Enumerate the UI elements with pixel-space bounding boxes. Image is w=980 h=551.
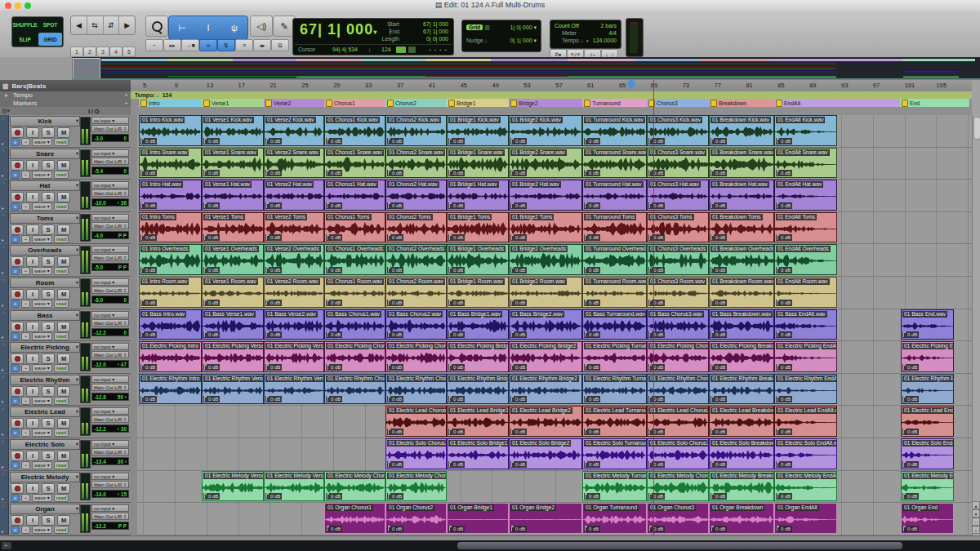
audio-region[interactable]: 01 Electric Solo End.wav0 dB [901, 438, 954, 469]
mute-button[interactable]: M [57, 256, 70, 267]
region-gain-badge[interactable]: 0 dB [326, 364, 342, 371]
elastic-audio-button[interactable]: ⌁ [21, 494, 30, 502]
track-lane-electric-picking[interactable]: 01 Electric Picking Intro0 dB01 Electric… [137, 341, 972, 374]
region-gain-badge[interactable]: 0 dB [710, 364, 727, 371]
universe-view-box[interactable] [73, 58, 100, 80]
zoom-preset-5[interactable]: 5 [122, 47, 136, 57]
audio-region[interactable]: 01 Bridge1 Overheads0 dB [447, 244, 509, 275]
output-selector[interactable]: Main Out L/R ⇧ [91, 189, 129, 197]
track-name[interactable]: Room▾ [10, 278, 80, 288]
bars-beats-ruler[interactable]: 5913172125293337414549535761656973778185… [131, 80, 972, 92]
audio-region[interactable]: 01 Organ Chorus20 dB [385, 503, 447, 534]
add-tempo-event-button[interactable]: + [124, 91, 128, 99]
region-gain-badge[interactable]: 0 dB [584, 396, 600, 402]
region-gain-badge[interactable]: 0 dB [140, 396, 157, 402]
audio-region[interactable]: 01 Bass Bridge1.wav0 dB [447, 309, 509, 340]
mute-button[interactable]: M [57, 192, 70, 202]
timebase-button[interactable]: o [11, 526, 20, 534]
region-gain-badge[interactable]: 0 dB [776, 429, 792, 435]
audio-region[interactable]: 01 Bridge1 Room.wav0 dB [447, 277, 509, 308]
region-gain-badge[interactable]: 0 dB [203, 234, 220, 241]
region-gain-badge[interactable]: 0 dB [584, 364, 600, 371]
region-gain-badge[interactable]: 0 dB [710, 202, 727, 209]
region-gain-badge[interactable]: 0 dB [265, 170, 282, 176]
marker-endalt[interactable]: EndAlt [774, 99, 901, 107]
region-gain-badge[interactable]: 0 dB [510, 267, 527, 273]
region-gain-badge[interactable]: 0 dB [387, 461, 403, 468]
nudge-value[interactable]: 0| 1| 000 ▾ [510, 38, 537, 44]
timeline-insertion-icon[interactable] [396, 47, 406, 53]
solo-button[interactable]: S [42, 451, 55, 461]
audio-region[interactable]: 01 Bass Breakdown.wav0 dB [709, 309, 774, 340]
audio-region[interactable]: 01 Electric Lead EndAlt.wav0 dB [774, 406, 837, 437]
zoom-preset-4[interactable]: 4 [109, 47, 122, 57]
automation-mode-button[interactable]: read [54, 300, 69, 308]
countoff-label[interactable]: Count Off [555, 23, 579, 29]
region-gain-badge[interactable]: 0 dB [448, 364, 465, 371]
track-view-selector[interactable]: wave ▾ [32, 300, 52, 308]
marker-chorus3[interactable]: Chorus3 [647, 99, 710, 107]
track-name[interactable]: Snare▾ [10, 149, 80, 159]
zoom-in-vertical-button[interactable]: + [972, 526, 980, 534]
region-gain-badge[interactable]: 0 dB [902, 493, 919, 500]
audio-region[interactable]: 01 Bridge1 Snare.wav0 dB [447, 148, 509, 179]
region-gain-badge[interactable]: 0 dB [140, 300, 157, 306]
region-gain-badge[interactable]: 0 dB [584, 493, 600, 500]
meter-value[interactable]: 4/4 [608, 30, 617, 36]
audio-region[interactable]: 01 Organ Chorus10 dB [324, 503, 385, 534]
track-name[interactable]: Electric Rhythm▾ [10, 375, 80, 385]
counter-mini-icons[interactable]: ◔◔◔◔ [428, 47, 448, 53]
add-marker-button[interactable]: + [124, 100, 128, 107]
audio-region[interactable]: 01 Turnaround Room.wav0 dB [582, 277, 647, 308]
region-gain-badge[interactable]: 0 dB [510, 396, 527, 402]
region-gain-badge[interactable]: 0 dB [648, 396, 665, 402]
audio-region[interactable]: 01 Electric Picking Bridge20 dB [509, 341, 582, 372]
region-gain-badge[interactable]: 0 dB [776, 526, 792, 532]
region-gain-badge[interactable]: 0 dB [326, 331, 342, 338]
region-gain-badge[interactable]: 0 dB [710, 138, 727, 144]
track-color-strip[interactable]: ○▸ [0, 309, 9, 341]
audio-region[interactable]: 01 Verse1 Room.wav0 dB [202, 277, 264, 308]
audio-region[interactable]: 01 Electric Picking Chorus30 dB [647, 341, 709, 372]
record-enable-button[interactable] [11, 256, 24, 267]
region-gain-badge[interactable]: 0 dB [710, 493, 727, 500]
audio-region[interactable]: 01 Electric Lead Bridge20 dB [509, 406, 582, 437]
track-view-selector[interactable]: wave ▾ [32, 202, 52, 211]
solo-button[interactable]: S [42, 418, 55, 429]
solo-button[interactable]: S [42, 192, 55, 202]
audio-region[interactable]: 01 Electric Rhythm Turnaround0 dB [582, 374, 647, 405]
output-selector[interactable]: Main Out L/R ⇧ [91, 415, 129, 423]
automation-mode-button[interactable]: read [54, 364, 69, 372]
elastic-audio-button[interactable]: ⌁ [21, 461, 30, 469]
start-value[interactable]: 67| 1| 000 [423, 21, 448, 27]
region-gain-badge[interactable]: 0 dB [326, 170, 342, 176]
track-color-strip[interactable]: ○▸ [0, 341, 9, 373]
region-gain-badge[interactable]: 0 dB [326, 202, 342, 209]
audio-region[interactable]: 01 Turnaround Toms0 dB [582, 212, 647, 243]
region-gain-badge[interactable]: 0 dB [387, 396, 403, 402]
record-enable-button[interactable] [11, 322, 24, 332]
record-enable-button[interactable] [11, 418, 24, 429]
audio-region[interactable]: 01 Electric Picking Breakdown0 dB [709, 341, 774, 372]
mute-button[interactable]: M [57, 289, 70, 300]
audio-region[interactable]: 01 Chorus2 Toms0 dB [385, 212, 447, 243]
region-gain-badge[interactable]: 0 dB [648, 364, 665, 371]
region-gain-badge[interactable]: 0 dB [140, 364, 157, 371]
input-monitor-button[interactable]: I [26, 418, 39, 429]
audio-region[interactable]: 01 Electric Rhythm Bridge20 dB [509, 374, 582, 405]
track-view-selector[interactable]: wave ▾ [32, 138, 52, 146]
region-gain-badge[interactable]: 0 dB [326, 267, 342, 273]
output-selector[interactable]: Main Out L/R ⇧ [91, 481, 129, 488]
audio-region[interactable]: 01 Verse1 Snare.wav0 dB [202, 148, 264, 179]
region-gain-badge[interactable]: 0 dB [902, 396, 919, 402]
output-selector[interactable]: Main Out L/R ⇧ [91, 158, 129, 165]
pre-roll-icon[interactable] [408, 47, 416, 53]
track-color-strip[interactable]: ○▸ [0, 212, 9, 244]
volume-value[interactable]: -5.0 [94, 264, 103, 271]
track-name[interactable]: Hat▾ [10, 180, 80, 191]
audio-region[interactable]: 01 Bridge2 Overheads0 dB [509, 244, 582, 275]
scrubber-tool-button[interactable]: ◁) [250, 16, 273, 37]
input-monitor-button[interactable]: I [26, 224, 39, 235]
region-gain-badge[interactable]: 0 dB [710, 234, 727, 241]
audio-region[interactable]: 01 Turnaround Snare.wav0 dB [582, 148, 647, 179]
